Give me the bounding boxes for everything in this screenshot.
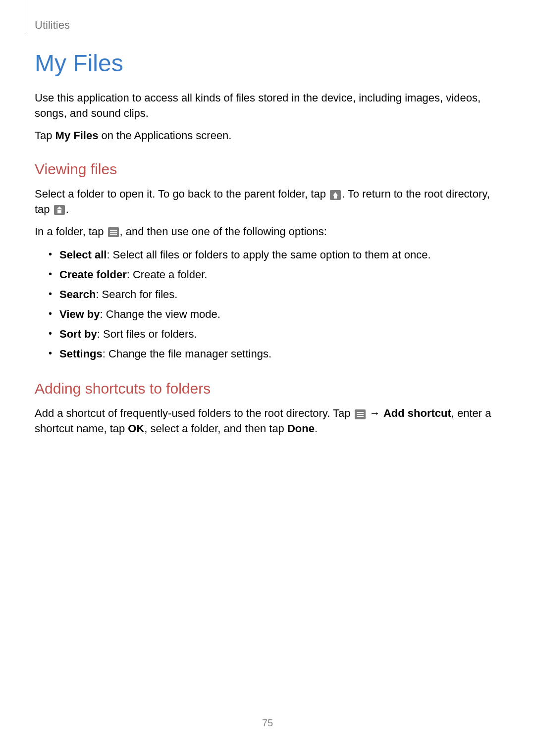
header-section-label: Utilities [35,19,70,32]
option-label: Settings [59,348,103,360]
menu-icon [355,409,366,419]
shortcuts-add-label: Add shortcut [383,407,451,419]
option-label: Select all [59,249,107,261]
intro-p2-text-c: on the Applications screen. [98,129,231,142]
shortcuts-p-a: Add a shortcut of frequently-used folder… [35,407,354,419]
option-label: Create folder [59,268,127,281]
viewing-p1-a: Select a folder to open it. To go back t… [35,188,329,200]
option-desc: : Search for files. [96,288,177,301]
option-desc: : Change the view mode. [100,308,220,320]
up-folder-icon [330,190,341,200]
home-icon [54,205,65,215]
intro-p2-text-a: Tap [35,129,55,142]
page-title: My Files [35,50,500,77]
header-side-rule [25,0,25,32]
intro-paragraph-1: Use this application to access all kinds… [35,91,500,121]
shortcuts-arrow: → [367,407,383,419]
page-content: My Files Use this application to access … [35,50,500,444]
options-list: Select all: Select all files or folders … [35,247,500,363]
shortcuts-p-e: , select a folder, and then tap [144,422,287,435]
viewing-p2: In a folder, tap , and then use one of t… [35,224,500,240]
option-desc: : Create a folder. [127,268,208,281]
option-label: Sort by [59,328,97,340]
list-item: Select all: Select all files or folders … [49,247,500,263]
option-desc: : Sort files or folders. [97,328,197,340]
intro-p2-appname: My Files [55,129,99,142]
page-number: 75 [0,717,535,729]
option-desc: : Change the file manager settings. [103,348,271,360]
viewing-p2-a: In a folder, tap [35,225,107,238]
shortcuts-p-g: . [315,422,318,435]
option-desc: : Select all files or folders to apply t… [107,249,430,261]
option-label: Search [59,288,96,301]
viewing-files-heading: Viewing files [35,161,500,178]
list-item: Settings: Change the file manager settin… [49,346,500,362]
adding-shortcuts-heading: Adding shortcuts to folders [35,380,500,397]
viewing-p1-c: . [66,203,69,215]
shortcuts-done-label: Done [287,422,315,435]
option-label: View by [59,308,100,320]
list-item: Sort by: Sort files or folders. [49,326,500,343]
menu-icon [108,227,119,237]
shortcuts-paragraph: Add a shortcut of frequently-used folder… [35,406,500,437]
list-item: View by: Change the view mode. [49,306,500,323]
list-item: Create folder: Create a folder. [49,266,500,283]
intro-paragraph-2: Tap My Files on the Applications screen. [35,128,500,144]
viewing-p2-b: , and then use one of the following opti… [120,225,327,238]
list-item: Search: Search for files. [49,286,500,303]
viewing-p1: Select a folder to open it. To go back t… [35,187,500,217]
shortcuts-ok-label: OK [128,422,144,435]
